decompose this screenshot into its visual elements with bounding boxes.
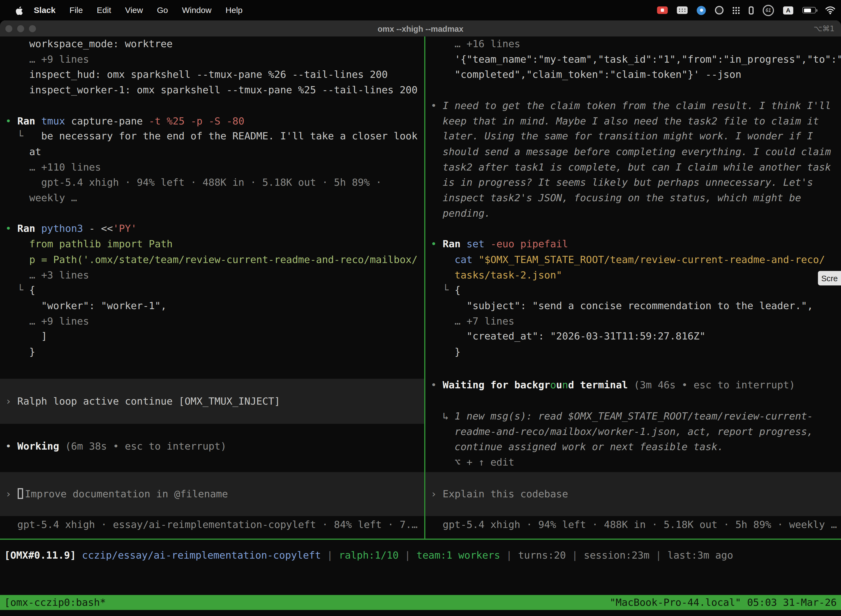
terminal-line: • Ran python3 - <<'PY'	[5, 221, 424, 237]
dark-app-icon[interactable]	[715, 6, 724, 14]
traffic-lights	[5, 21, 36, 37]
terminal-line	[431, 221, 841, 237]
mailbox-notice: ↳ 1 new msg(s): read $OMX_TEAM_STATE_ROO…	[425, 409, 841, 470]
ralph-loop-text: › Ralph loop active continue [OMX_TMUX_I…	[5, 393, 280, 409]
terminal-line: └ {	[431, 283, 841, 298]
wifi-icon[interactable]	[825, 5, 836, 15]
tmux-pane-right[interactable]: … +16 lines '{"team_name":"my-team","tas…	[425, 37, 841, 538]
left-scrollback: workspace_mode: worktree … +9 lines insp…	[0, 37, 424, 360]
terminal-line: inspect_hud: omx sparkshell --tmux-pane …	[5, 67, 424, 83]
menu-item-help[interactable]: Help	[226, 5, 243, 14]
window-shortcut-hint: ⌥⌘1	[814, 24, 835, 32]
terminal-line: "created_at": "2026-03-31T11:59:27.816Z"	[431, 329, 841, 345]
terminal-line: '{"team_name":"my-team","task_id":"1","f…	[431, 52, 841, 67]
terminal-line: inspect task2's JSON, focusing on the st…	[431, 191, 841, 206]
terminal-line	[431, 83, 841, 98]
blue-app-icon[interactable]	[697, 6, 706, 15]
active-app-name[interactable]: Slack	[34, 5, 56, 15]
terminal-line: later. Using the same for transition mig…	[431, 129, 841, 144]
window-title-bar[interactable]: omx --xhigh --madmax ⌥⌘1	[0, 21, 841, 37]
terminal-line: weekly …	[5, 191, 424, 206]
terminal-line	[5, 98, 424, 113]
screen: Slack FileEditViewGoWindowHelp 61 A	[0, 0, 841, 616]
battery-icon[interactable]	[802, 7, 816, 13]
menu-item-window[interactable]: Window	[182, 5, 211, 14]
terminal-line: └ {	[5, 283, 424, 298]
terminal-line: pending.	[431, 206, 841, 221]
menu-item-go[interactable]: Go	[157, 5, 168, 14]
tmux-session-name: [omx-cczip0:bash*	[4, 595, 106, 610]
screen-recording-indicator-icon[interactable]	[657, 6, 668, 14]
prompt-input-left[interactable]: › Improve documentation in @filename	[0, 472, 424, 516]
tmux-status-bar: [omx-cczip0:bash* "MacBook-Pro-44.local"…	[0, 595, 841, 610]
terminal-line: └ be necessary for the end of the README…	[5, 129, 424, 144]
terminal-line: … +7 lines	[431, 314, 841, 329]
input-source-icon[interactable]: A	[783, 6, 793, 14]
pane-footer-left: gpt-5.4 xhigh · essay/ai-reimplementatio…	[0, 517, 424, 532]
terminal-content: workspace_mode: worktree … +9 lines insp…	[0, 37, 841, 616]
menu-bar-tray: 61 A	[657, 0, 835, 21]
terminal-line: "worker": "worker-1",	[5, 298, 424, 314]
terminal-line: • Ran tmux capture-pane -t %25 -p -S -80	[5, 113, 424, 129]
terminal-line: … +9 lines	[5, 314, 424, 329]
pane-footer-right: gpt-5.4 xhigh · 94% left · 488K in · 5.1…	[425, 517, 841, 532]
menu-item-view[interactable]: View	[125, 5, 143, 14]
app-menus: FileEditViewGoWindowHelp	[56, 5, 243, 15]
tmux-host-clock: "MacBook-Pro-44.local" 05:03 31-Mar-26	[610, 595, 837, 610]
window-title: omx --xhigh --madmax	[378, 24, 463, 33]
terminal-line: p = Path('.omx/state/team/review-current…	[5, 252, 424, 267]
prompt-text-right: › Explain this codebase	[431, 486, 568, 502]
terminal-line: }	[5, 345, 424, 360]
terminal-line: continue assigned work or next feasible …	[431, 440, 841, 455]
terminal-line: … +110 lines	[5, 160, 424, 175]
terminal-line	[5, 206, 424, 221]
dots-grid-icon[interactable]	[733, 7, 740, 13]
close-button[interactable]	[5, 25, 12, 32]
terminal-line: "completed","claim_token":"claim-token"}…	[431, 67, 841, 83]
terminal-line: keep that in mind. Maybe I also need the…	[431, 113, 841, 129]
ralph-loop-banner: › Ralph loop active continue [OMX_TMUX_I…	[0, 378, 424, 424]
omx-session-status: [OMX#0.11.9] cczip/essay/ai-reimplementa…	[4, 548, 733, 563]
apple-menu-icon[interactable]	[14, 5, 23, 15]
terminal-line: cat "$OMX_TEAM_STATE_ROOT/team/review-cu…	[431, 252, 841, 267]
terminal-line: is in progress? It seems likely but perh…	[431, 175, 841, 191]
prompt-text-left: › Improve documentation in @filename	[5, 486, 228, 502]
terminal-line: task2 after task1 is complete, but can I…	[431, 160, 841, 175]
terminal-line: should send a message before completing …	[431, 144, 841, 160]
tmux-pane-left[interactable]: workspace_mode: worktree … +9 lines insp…	[0, 37, 424, 538]
tmux-horizontal-divider	[0, 539, 841, 540]
terminal-line: workspace_mode: worktree	[5, 37, 424, 52]
terminal-line: inspect_worker-1: omx sparkshell --tmux-…	[5, 83, 424, 98]
battery-percent-value: 61	[766, 7, 771, 13]
terminal-line: … +16 lines	[431, 37, 841, 52]
terminal-line: ]	[5, 329, 424, 345]
terminal-line: "subject": "send a concise recommendatio…	[431, 298, 841, 314]
screen-share-tooltip: Scre	[818, 271, 841, 285]
terminal-line: }	[431, 345, 841, 360]
terminal-line: • I need to get the claim token from the…	[431, 98, 841, 113]
terminal-line: … +9 lines	[5, 52, 424, 67]
minimize-button[interactable]	[17, 25, 24, 32]
terminal-window: omx --xhigh --madmax ⌥⌘1 workspace_mode:…	[0, 21, 841, 616]
terminal-line: readme-and-reco/mailbox/worker-1.json, a…	[431, 424, 841, 440]
menu-item-edit[interactable]: Edit	[97, 5, 111, 14]
waiting-status: • Waiting for background terminal (3m 46…	[425, 378, 841, 393]
battery-percent-ring-icon[interactable]: 61	[763, 5, 774, 16]
terminal-line: • Ran set -euo pipefail	[431, 236, 841, 252]
menu-item-file[interactable]: File	[70, 5, 83, 14]
terminal-line: tasks/task-2.json"	[431, 267, 841, 283]
terminal-line: ⌥ + ↑ edit	[431, 455, 841, 471]
terminal-line: ↳ 1 new msg(s): read $OMX_TEAM_STATE_ROO…	[431, 409, 841, 424]
terminal-line: at	[5, 144, 424, 160]
zoom-button[interactable]	[29, 25, 36, 32]
window-manager-icon[interactable]	[677, 6, 687, 14]
working-status: • Working (6m 38s • esc to interrupt)	[0, 439, 424, 454]
text-cursor	[18, 488, 23, 499]
terminal-line: gpt-5.4 xhigh · 94% left · 488K in · 5.1…	[5, 175, 424, 191]
key-icon[interactable]	[749, 6, 753, 14]
menu-bar: Slack FileEditViewGoWindowHelp 61 A	[0, 0, 841, 21]
right-scrollback: … +16 lines '{"team_name":"my-team","tas…	[425, 37, 841, 360]
prompt-input-right[interactable]: › Explain this codebase	[425, 472, 841, 516]
terminal-line: from pathlib import Path	[5, 236, 424, 252]
terminal-line: … +3 lines	[5, 267, 424, 283]
